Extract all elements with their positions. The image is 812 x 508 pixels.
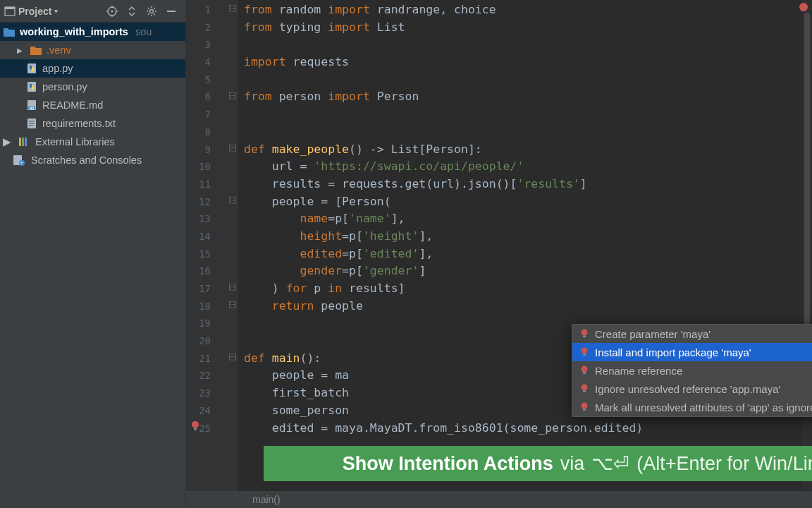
svg-rect-47 xyxy=(583,391,586,393)
dropdown-icon[interactable]: ▾ xyxy=(54,7,58,15)
expand-icon[interactable]: ▶ xyxy=(3,136,11,147)
folder-icon xyxy=(3,25,16,38)
intention-item[interactable]: Create parameter 'maya'▶ xyxy=(572,325,812,343)
code-line[interactable] xyxy=(238,36,812,54)
tree-item-label: README.md xyxy=(42,99,103,111)
intention-actions-popup: Create parameter 'maya'▶Install and impo… xyxy=(572,324,812,417)
tip-title: Show Intention Actions xyxy=(343,453,553,475)
tree-root[interactable]: working_with_imports sou xyxy=(0,23,185,41)
tree-item-label: app.py xyxy=(42,63,73,74)
expand-icon[interactable]: ▶ xyxy=(17,47,25,54)
code-line[interactable]: edited=p['edited'], xyxy=(238,246,812,263)
svg-rect-49 xyxy=(583,409,586,411)
line-number: 19 xyxy=(186,315,238,332)
tree-folder-venv[interactable]: ▶ .venv xyxy=(0,41,185,59)
scrollbar[interactable] xyxy=(802,0,812,508)
fold-icon[interactable] xyxy=(229,1,236,19)
line-number: 16 xyxy=(186,262,238,280)
fold-icon[interactable] xyxy=(229,88,236,106)
code-line[interactable]: edited = maya.MayaDT.from_iso8601(some_p… xyxy=(238,420,812,437)
fold-icon[interactable] xyxy=(229,298,236,315)
scratches-consoles[interactable]: Scratches and Consoles xyxy=(0,151,185,169)
intention-label: Mark all unresolved attributes of 'app' … xyxy=(595,401,812,413)
line-number: 9 xyxy=(186,141,238,159)
code-line[interactable] xyxy=(238,71,812,89)
intention-label: Create parameter 'maya' xyxy=(595,328,710,340)
line-gutter: 1234567891011121314151617181920212223242… xyxy=(186,0,238,508)
code-line[interactable]: from random import randrange, choice xyxy=(238,1,812,19)
svg-point-38 xyxy=(192,421,199,428)
intention-label: Rename reference xyxy=(595,365,682,377)
tip-alt: (Alt+Enter for Win/Linux) xyxy=(636,453,812,475)
root-extra: sou xyxy=(135,26,152,37)
line-number: 4 xyxy=(186,54,238,71)
minimize-icon[interactable] xyxy=(166,6,177,17)
scratches-icon xyxy=(11,155,27,166)
code-line[interactable]: people = [Person( xyxy=(238,193,812,211)
target-icon[interactable] xyxy=(106,6,118,17)
breadcrumb-bar: main() xyxy=(186,491,812,508)
code-line[interactable]: height=p['height'], xyxy=(238,228,812,246)
fold-icon[interactable] xyxy=(229,193,236,211)
tip-shortcut: ⌥⏎ xyxy=(591,452,629,475)
code-line[interactable]: name=p['name'], xyxy=(238,210,812,228)
line-number: 18 xyxy=(186,298,238,315)
code-line[interactable] xyxy=(238,123,812,141)
bulb-icon xyxy=(579,384,589,394)
intention-item[interactable]: Rename reference▶ xyxy=(572,361,812,380)
code-line[interactable]: results = requests.get(url).json()['resu… xyxy=(238,176,812,193)
code-line[interactable]: def make_people() -> List[Person]: xyxy=(238,141,812,159)
svg-point-8 xyxy=(150,9,154,13)
tree-file-requirements[interactable]: requirements.txt xyxy=(0,114,185,133)
line-number: 22 xyxy=(186,367,238,385)
intention-item[interactable]: Install and import package 'maya'▶ xyxy=(572,343,812,361)
svg-rect-45 xyxy=(583,373,586,375)
svg-point-3 xyxy=(111,10,113,12)
tip-via: via xyxy=(560,453,585,475)
bulb-icon xyxy=(579,402,589,412)
external-libraries[interactable]: ▶ External Libraries xyxy=(0,133,185,151)
code-area[interactable]: from random import randrange, choicefrom… xyxy=(238,0,812,508)
code-line[interactable]: from person import Person xyxy=(238,88,812,106)
tree-file-readme[interactable]: MD README.md xyxy=(0,96,185,114)
code-line[interactable]: import requests xyxy=(238,54,812,71)
code-line[interactable]: gender=p['gender'] xyxy=(238,262,812,280)
fold-icon[interactable] xyxy=(229,140,236,158)
line-number: 20 xyxy=(186,332,238,350)
svg-rect-20 xyxy=(22,138,24,146)
line-number: 23 xyxy=(186,385,238,402)
code-line[interactable]: url = 'https://swapi.co/api/people/' xyxy=(238,158,812,176)
section-label: Scratches and Consoles xyxy=(31,155,142,166)
code-line[interactable]: return people xyxy=(238,298,812,315)
line-number: 2 xyxy=(186,19,238,37)
section-label: External Libraries xyxy=(35,136,115,147)
sidebar-title: Project xyxy=(18,6,51,17)
intention-label: Install and import package 'maya' xyxy=(595,346,751,358)
expand-all-icon[interactable] xyxy=(126,6,137,17)
line-number: 17 xyxy=(186,280,238,298)
project-tree: working_with_imports sou ▶ .venv app.py xyxy=(0,23,185,169)
fold-icon[interactable] xyxy=(229,350,236,368)
code-line[interactable] xyxy=(238,106,812,123)
fold-icon[interactable] xyxy=(229,280,236,298)
code-line[interactable]: from typing import List xyxy=(238,19,812,37)
intention-label: Ignore unresolved reference 'app.maya' xyxy=(595,383,780,395)
line-number: 14 xyxy=(186,228,238,246)
line-number: 7 xyxy=(186,106,238,123)
bulb-icon xyxy=(579,329,589,339)
intention-bulb-icon[interactable] xyxy=(190,419,200,437)
project-sidebar: Project ▾ xyxy=(0,0,186,508)
line-number: 12 xyxy=(186,193,238,211)
line-number: 13 xyxy=(186,210,238,228)
code-line[interactable]: ) for p in results] xyxy=(238,280,812,298)
root-label: working_with_imports xyxy=(20,26,128,37)
tree-item-label: person.py xyxy=(42,81,87,92)
tree-file-app[interactable]: app.py xyxy=(0,59,185,78)
gear-icon[interactable] xyxy=(146,6,157,17)
breadcrumb-item[interactable]: main() xyxy=(252,494,281,505)
tree-file-person[interactable]: person.py xyxy=(0,78,185,96)
folder-icon xyxy=(30,44,42,56)
intention-item[interactable]: Mark all unresolved attributes of 'app' … xyxy=(572,398,812,416)
line-number: 1 xyxy=(186,1,238,19)
intention-item[interactable]: Ignore unresolved reference 'app.maya'▶ xyxy=(572,380,812,398)
